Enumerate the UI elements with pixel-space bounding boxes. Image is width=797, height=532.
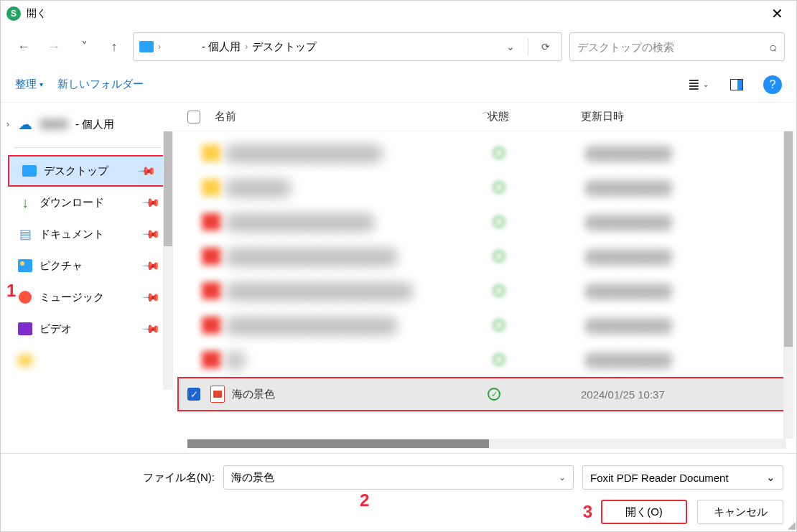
horizontal-scrollbar[interactable] (187, 439, 786, 449)
organize-label: 整理 (15, 78, 37, 91)
table-row[interactable]: ███████████████████ (173, 170, 796, 205)
sidebar-item-folder[interactable] (5, 345, 169, 376)
column-name[interactable]: 名前 (215, 110, 488, 123)
document-icon: ▤ (18, 227, 32, 241)
table-row[interactable]: █████████████████████████████████ (173, 239, 796, 274)
vertical-scrollbar[interactable] (783, 131, 793, 439)
chevron-down-icon[interactable]: ⌄ (766, 471, 775, 484)
sidebar-item-videos[interactable]: ビデオ 📌 (5, 313, 169, 345)
column-date[interactable]: 更新日時 (581, 110, 624, 123)
up-button[interactable]: ↑ (103, 35, 126, 58)
refresh-icon[interactable]: ⟳ (536, 41, 556, 52)
breadcrumb-sep-icon: › (158, 42, 161, 52)
preview-pane-button[interactable] (724, 73, 749, 97)
address-bar[interactable]: › - 個人用 › デスクトップ ⌄ ⟳ (133, 32, 562, 61)
chevron-down-icon[interactable]: ⌄ (559, 472, 566, 482)
video-icon (18, 322, 32, 335)
column-state[interactable]: 状態 (488, 110, 581, 123)
sidebar-item-label (39, 354, 93, 368)
table-row[interactable]: █████████████████████████████████ (173, 308, 796, 342)
file-list-header: 名前 ︿ 状態 更新日時 (173, 103, 796, 131)
file-icon (202, 213, 220, 230)
file-name: 海の景色 (232, 388, 488, 401)
new-folder-button[interactable]: 新しいフォルダー (57, 78, 144, 91)
footer: ファイル名(N): 海の景色 ⌄ Foxit PDF Reader Docume… (1, 453, 796, 531)
sidebar-top-item[interactable]: › ☁ - 個人用 (5, 108, 169, 140)
list-icon: ≣ (688, 76, 700, 93)
open-button[interactable]: 開く(O) (601, 500, 687, 524)
filename-field[interactable]: 海の景色 ⌄ (223, 465, 574, 490)
table-row-selected[interactable]: ✓ 海の景色 ✓ 2024/01/25 10:37 (177, 377, 789, 411)
cancel-button[interactable]: キャンセル (697, 500, 783, 524)
resize-grip-icon[interactable]: ◢ (788, 519, 796, 531)
file-icon (202, 282, 220, 299)
file-list: ███████████████████████████████ ████████… (173, 131, 796, 436)
filetype-filter[interactable]: Foxit PDF Reader Document ⌄ (582, 465, 783, 490)
back-button[interactable]: ← (12, 35, 35, 58)
window-title: 開く (27, 7, 47, 20)
table-row[interactable]: ███████████████████████████████ (173, 136, 796, 170)
sidebar: › ☁ - 個人用 1 デスクトップ 📌 ↓ ダウンロード 📌 ▤ ドキュメント… (1, 103, 173, 453)
sort-asc-icon: ︿ (482, 106, 490, 118)
table-row[interactable]: █████████████ (173, 342, 796, 377)
toolbar: 整理 ▾ 新しいフォルダー ≣ ⌄ ? (1, 67, 796, 103)
pin-icon: 📌 (137, 161, 157, 181)
annotation-3: 3 (583, 502, 592, 522)
chevron-down-icon: ▾ (39, 80, 43, 88)
pin-icon: 📌 (141, 287, 162, 307)
desktop-icon (22, 165, 37, 177)
sidebar-item-pictures[interactable]: ピクチャ 📌 (5, 250, 169, 281)
music-icon (19, 291, 32, 304)
select-all-checkbox[interactable] (187, 111, 200, 123)
sidebar-item-label: ドキュメント (39, 228, 104, 241)
sidebar-item-label: ダウンロード (39, 196, 104, 210)
help-button[interactable]: ? (763, 75, 782, 94)
sidebar-item-downloads[interactable]: ↓ ダウンロード 📌 (5, 187, 169, 218)
status-ok-icon: ✓ (488, 388, 500, 401)
recent-locations-button[interactable]: ˅ (73, 35, 95, 58)
row-checkbox[interactable]: ✓ (187, 388, 200, 401)
files-area: 名前 ︿ 状態 更新日時 ███████████████████████████… (173, 103, 796, 453)
breadcrumb-seg2[interactable]: - 個人用 (202, 40, 241, 54)
pdf-icon (210, 386, 225, 403)
main-area: › ☁ - 個人用 1 デスクトップ 📌 ↓ ダウンロード 📌 ▤ ドキュメント… (1, 103, 796, 453)
search-icon[interactable]: ⌕ (769, 39, 777, 55)
filename-label: ファイル名(N): (143, 471, 215, 485)
preview-pane-icon (730, 79, 743, 90)
address-dropdown-icon[interactable]: ⌄ (500, 41, 521, 52)
search-box[interactable]: ⌕ (569, 32, 785, 61)
search-input[interactable] (577, 41, 769, 53)
sidebar-item-desktop[interactable]: デスクトップ 📌 (8, 155, 166, 187)
open-file-dialog: S 開く ✕ ← → ˅ ↑ › - 個人用 › デスクトップ ⌄ ⟳ ⌕ (0, 0, 797, 532)
app-icon: S (6, 6, 21, 21)
sidebar-item-documents[interactable]: ▤ ドキュメント 📌 (5, 218, 169, 250)
folder-icon (18, 355, 32, 366)
folder-icon (202, 144, 220, 162)
breadcrumb-seg1[interactable] (165, 40, 197, 54)
pin-icon: 📌 (141, 224, 162, 244)
sidebar-item-label: ピクチャ (39, 259, 83, 273)
chevron-down-icon: ⌄ (703, 80, 709, 88)
download-icon: ↓ (18, 195, 32, 210)
file-icon (202, 248, 220, 265)
pin-icon: 📌 (141, 256, 162, 276)
table-row[interactable]: ███████████████████████████████████ (173, 274, 796, 308)
view-mode-button[interactable]: ≣ ⌄ (686, 73, 710, 97)
sidebar-scrollbar[interactable] (163, 131, 173, 390)
table-row[interactable]: ██████████████████████████████ (173, 205, 796, 239)
organize-button[interactable]: 整理 ▾ (15, 78, 43, 91)
titlebar: S 開く ✕ (1, 1, 796, 27)
file-date: 2024/01/25 10:37 (581, 388, 665, 401)
nav-row: ← → ˅ ↑ › - 個人用 › デスクトップ ⌄ ⟳ ⌕ (1, 27, 796, 67)
pin-icon: 📌 (141, 192, 162, 213)
pin-icon: 📌 (141, 319, 162, 339)
close-icon[interactable]: ✕ (764, 2, 791, 25)
chevron-right-icon: › (6, 119, 9, 129)
breadcrumb-sep-icon: › (245, 42, 248, 52)
onedrive-icon: ☁ (18, 117, 32, 131)
forward-button[interactable]: → (42, 35, 65, 58)
sidebar-item-music[interactable]: ミュージック 📌 (5, 281, 169, 313)
filter-value: Foxit PDF Reader Document (590, 472, 729, 484)
breadcrumb-seg3[interactable]: デスクトップ (252, 40, 317, 54)
sidebar-item-label: デスクトップ (44, 164, 108, 178)
